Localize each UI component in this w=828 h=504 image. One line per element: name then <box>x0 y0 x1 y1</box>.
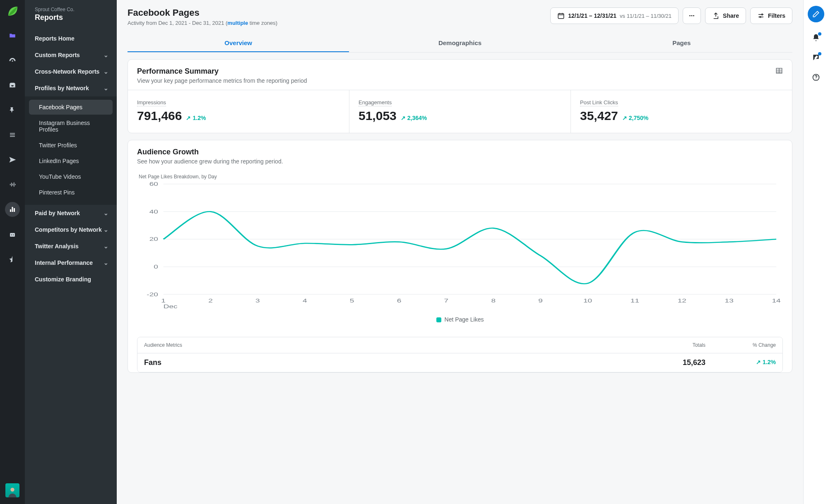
svg-point-6 <box>689 15 691 17</box>
svg-point-8 <box>693 15 694 17</box>
subnav-youtube[interactable]: YouTube Videos <box>29 169 113 184</box>
svg-text:3: 3 <box>255 298 260 303</box>
notifications-icon[interactable] <box>811 33 821 42</box>
compose-button[interactable] <box>808 6 824 22</box>
svg-point-3 <box>13 234 14 235</box>
nav-inbox-icon[interactable] <box>5 78 20 93</box>
svg-point-7 <box>691 15 693 17</box>
svg-text:8: 8 <box>491 298 496 303</box>
growth-title: Audience Growth <box>137 148 283 156</box>
org-name: Sprout Coffee Co. <box>35 7 108 12</box>
svg-text:60: 60 <box>149 181 158 187</box>
svg-rect-1 <box>10 233 15 237</box>
metric-engagements: Engagements 51,053 ↗ 2,364% <box>349 90 571 133</box>
nav-folder-icon[interactable] <box>5 28 20 43</box>
date-range-button[interactable]: 12/1/21 – 12/31/21 vs 11/1/21 – 11/30/21 <box>550 7 679 24</box>
subnav-instagram[interactable]: Instagram Business Profiles <box>29 115 113 137</box>
nav-bot-icon[interactable] <box>5 227 20 242</box>
metric-label: Impressions <box>137 99 166 106</box>
svg-text:9: 9 <box>538 298 543 303</box>
cell-fans-change: ↗ 1.2% <box>712 353 782 372</box>
more-options-button[interactable] <box>683 7 701 24</box>
svg-text:11: 11 <box>631 298 639 303</box>
svg-point-9 <box>761 14 763 15</box>
chevron-down-icon: ⌄ <box>104 210 108 216</box>
chart-caption: Net Page Likes Breakdown, by Day <box>137 174 783 180</box>
nav-customize-branding[interactable]: Customize Branding <box>25 271 117 288</box>
nav-internal-performance[interactable]: Internal Performance⌄ <box>25 254 117 271</box>
nav-reports-home[interactable]: Reports Home <box>25 30 117 47</box>
table-view-icon[interactable] <box>775 67 783 74</box>
metric-value: 791,466 <box>137 109 182 123</box>
nav-profiles-by-network[interactable]: Profiles by Network⌄ <box>25 80 117 96</box>
metric-value: 51,053 <box>359 109 397 123</box>
chevron-down-icon: ⌄ <box>104 52 108 58</box>
svg-text:0: 0 <box>154 264 158 269</box>
cell-fans-label: Fans <box>137 353 642 372</box>
metric-delta: ↗ 2,364% <box>401 115 427 121</box>
help-icon[interactable] <box>811 73 821 82</box>
nav-pin-icon[interactable] <box>5 103 20 118</box>
svg-text:4: 4 <box>303 298 307 303</box>
svg-point-0 <box>12 60 13 62</box>
svg-text:Dec: Dec <box>164 304 178 310</box>
feedback-icon[interactable] <box>811 53 821 62</box>
notification-dot <box>818 52 821 55</box>
share-button[interactable]: Share <box>705 7 746 24</box>
nav-halfstar-icon[interactable] <box>5 252 20 266</box>
tab-pages[interactable]: Pages <box>571 34 792 52</box>
growth-subtitle: See how your audience grew during the re… <box>137 158 283 165</box>
nav-custom-reports[interactable]: Custom Reports⌄ <box>25 47 117 63</box>
nav-twitter-analysis[interactable]: Twitter Analysis⌄ <box>25 238 117 254</box>
performance-summary-card: Performance Summary View your key page p… <box>128 59 792 133</box>
nav-cross-network[interactable]: Cross-Network Reports⌄ <box>25 63 117 80</box>
notification-dot <box>818 32 821 36</box>
svg-text:10: 10 <box>583 298 592 303</box>
perf-subtitle: View your key page performance metrics f… <box>137 77 307 84</box>
tab-overview[interactable]: Overview <box>128 34 349 52</box>
filters-button[interactable]: Filters <box>750 7 792 24</box>
profiles-subgroup: Facebook Pages Instagram Business Profil… <box>25 96 117 205</box>
subnav-twitter[interactable]: Twitter Profiles <box>29 138 113 153</box>
calendar-icon <box>557 12 565 19</box>
nav-list-icon[interactable] <box>5 127 20 142</box>
svg-text:7: 7 <box>444 298 449 303</box>
row-fans: Fans 15,623 ↗ 1.2% <box>137 353 782 372</box>
chevron-down-icon: ⌄ <box>104 85 108 91</box>
subnav-linkedin[interactable]: LinkedIn Pages <box>29 154 113 168</box>
metric-label: Post Link Clicks <box>580 99 618 106</box>
page-subtitle: Activity from Dec 1, 2021 - Dec 31, 2021… <box>128 20 277 26</box>
subnav-facebook-pages[interactable]: Facebook Pages <box>29 100 113 115</box>
metric-value: 35,427 <box>580 109 618 123</box>
chevron-down-icon: ⌄ <box>104 226 108 233</box>
perf-metrics: Impressions 791,466 ↗ 1.2% Engagements 5… <box>128 90 792 133</box>
svg-point-4 <box>10 488 14 492</box>
tab-demographics[interactable]: Demographics <box>349 34 570 52</box>
svg-text:40: 40 <box>149 209 158 214</box>
svg-text:6: 6 <box>397 298 402 303</box>
nav-paid-by-network[interactable]: Paid by Network⌄ <box>25 205 117 221</box>
metric-post-link-clicks: Post Link Clicks 35,427 ↗ 2,750% <box>571 90 792 133</box>
svg-point-38 <box>816 79 816 79</box>
timezones-link[interactable]: multiple <box>227 20 248 26</box>
nav-send-icon[interactable] <box>5 152 20 167</box>
svg-text:12: 12 <box>678 298 686 303</box>
cell-fans-total: 15,623 <box>642 353 712 372</box>
topbar-actions: 12/1/21 – 12/31/21 vs 11/1/21 – 11/30/21… <box>550 7 792 24</box>
metric-delta: ↗ 2,750% <box>622 115 648 121</box>
user-avatar[interactable] <box>5 483 19 497</box>
nav-competitors[interactable]: Competitors by Network⌄ <box>25 221 117 238</box>
nav-gauge-icon[interactable] <box>5 53 20 68</box>
dots-icon <box>688 12 696 19</box>
sidebar-header: Sprout Coffee Co. Reports <box>25 0 117 30</box>
svg-text:20: 20 <box>149 236 158 242</box>
page-title: Facebook Pages <box>128 7 277 18</box>
metric-impressions: Impressions 791,466 ↗ 1.2% <box>128 90 349 133</box>
svg-text:14: 14 <box>772 298 780 303</box>
subnav-pinterest[interactable]: Pinterest Pins <box>29 185 113 200</box>
nav-audio-icon[interactable] <box>5 177 20 192</box>
nav-reports-icon[interactable] <box>5 202 20 217</box>
th-change: % Change <box>712 337 782 353</box>
app-logo[interactable] <box>6 5 19 18</box>
audience-growth-card: Audience Growth See how your audience gr… <box>128 140 792 373</box>
